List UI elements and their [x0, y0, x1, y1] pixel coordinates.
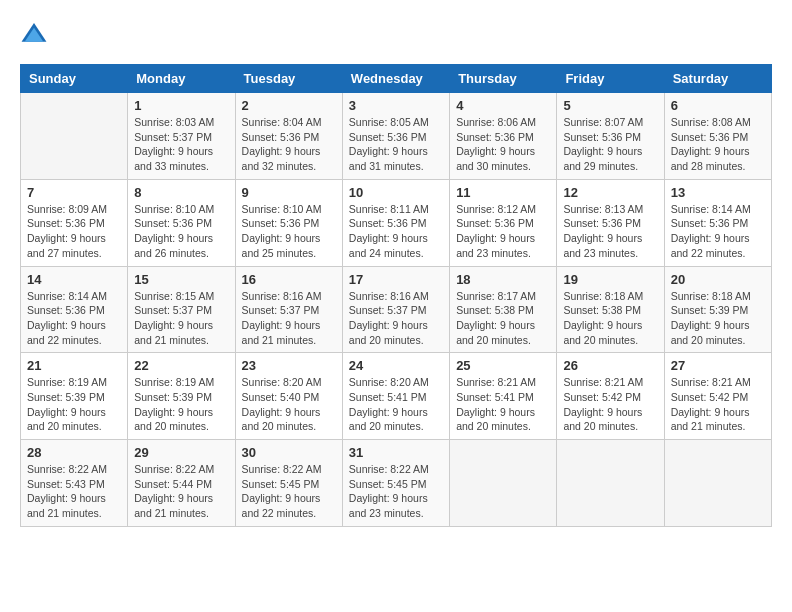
day-info: Sunrise: 8:16 AMSunset: 5:37 PMDaylight:…: [349, 289, 443, 348]
weekday-sunday: Sunday: [21, 65, 128, 93]
calendar-cell: 3Sunrise: 8:05 AMSunset: 5:36 PMDaylight…: [342, 93, 449, 180]
day-info: Sunrise: 8:22 AMSunset: 5:45 PMDaylight:…: [349, 462, 443, 521]
day-number: 22: [134, 358, 228, 373]
day-number: 9: [242, 185, 336, 200]
weekday-wednesday: Wednesday: [342, 65, 449, 93]
weekday-thursday: Thursday: [450, 65, 557, 93]
day-info: Sunrise: 8:12 AMSunset: 5:36 PMDaylight:…: [456, 202, 550, 261]
calendar-week-2: 7Sunrise: 8:09 AMSunset: 5:36 PMDaylight…: [21, 179, 772, 266]
day-info: Sunrise: 8:10 AMSunset: 5:36 PMDaylight:…: [242, 202, 336, 261]
calendar-cell: 1Sunrise: 8:03 AMSunset: 5:37 PMDaylight…: [128, 93, 235, 180]
day-number: 30: [242, 445, 336, 460]
day-info: Sunrise: 8:14 AMSunset: 5:36 PMDaylight:…: [671, 202, 765, 261]
day-number: 8: [134, 185, 228, 200]
day-info: Sunrise: 8:21 AMSunset: 5:41 PMDaylight:…: [456, 375, 550, 434]
calendar-cell: 26Sunrise: 8:21 AMSunset: 5:42 PMDayligh…: [557, 353, 664, 440]
day-info: Sunrise: 8:17 AMSunset: 5:38 PMDaylight:…: [456, 289, 550, 348]
day-number: 1: [134, 98, 228, 113]
day-info: Sunrise: 8:22 AMSunset: 5:45 PMDaylight:…: [242, 462, 336, 521]
calendar-cell: 18Sunrise: 8:17 AMSunset: 5:38 PMDayligh…: [450, 266, 557, 353]
day-number: 19: [563, 272, 657, 287]
day-info: Sunrise: 8:18 AMSunset: 5:39 PMDaylight:…: [671, 289, 765, 348]
day-info: Sunrise: 8:13 AMSunset: 5:36 PMDaylight:…: [563, 202, 657, 261]
calendar-cell: 14Sunrise: 8:14 AMSunset: 5:36 PMDayligh…: [21, 266, 128, 353]
day-info: Sunrise: 8:16 AMSunset: 5:37 PMDaylight:…: [242, 289, 336, 348]
calendar-cell: 30Sunrise: 8:22 AMSunset: 5:45 PMDayligh…: [235, 440, 342, 527]
calendar-cell: 7Sunrise: 8:09 AMSunset: 5:36 PMDaylight…: [21, 179, 128, 266]
day-number: 18: [456, 272, 550, 287]
day-number: 16: [242, 272, 336, 287]
day-info: Sunrise: 8:04 AMSunset: 5:36 PMDaylight:…: [242, 115, 336, 174]
day-number: 25: [456, 358, 550, 373]
logo-icon: [20, 20, 48, 48]
day-info: Sunrise: 8:07 AMSunset: 5:36 PMDaylight:…: [563, 115, 657, 174]
day-info: Sunrise: 8:11 AMSunset: 5:36 PMDaylight:…: [349, 202, 443, 261]
day-info: Sunrise: 8:06 AMSunset: 5:36 PMDaylight:…: [456, 115, 550, 174]
day-number: 21: [27, 358, 121, 373]
calendar-cell: [450, 440, 557, 527]
weekday-friday: Friday: [557, 65, 664, 93]
weekday-saturday: Saturday: [664, 65, 771, 93]
calendar-cell: 23Sunrise: 8:20 AMSunset: 5:40 PMDayligh…: [235, 353, 342, 440]
day-info: Sunrise: 8:19 AMSunset: 5:39 PMDaylight:…: [27, 375, 121, 434]
day-info: Sunrise: 8:21 AMSunset: 5:42 PMDaylight:…: [671, 375, 765, 434]
calendar-cell: 25Sunrise: 8:21 AMSunset: 5:41 PMDayligh…: [450, 353, 557, 440]
calendar-cell: 29Sunrise: 8:22 AMSunset: 5:44 PMDayligh…: [128, 440, 235, 527]
calendar-cell: 17Sunrise: 8:16 AMSunset: 5:37 PMDayligh…: [342, 266, 449, 353]
calendar-body: 1Sunrise: 8:03 AMSunset: 5:37 PMDaylight…: [21, 93, 772, 527]
calendar-cell: [557, 440, 664, 527]
calendar-cell: 15Sunrise: 8:15 AMSunset: 5:37 PMDayligh…: [128, 266, 235, 353]
day-number: 29: [134, 445, 228, 460]
day-number: 23: [242, 358, 336, 373]
calendar-cell: [664, 440, 771, 527]
day-info: Sunrise: 8:09 AMSunset: 5:36 PMDaylight:…: [27, 202, 121, 261]
day-info: Sunrise: 8:22 AMSunset: 5:43 PMDaylight:…: [27, 462, 121, 521]
calendar-week-1: 1Sunrise: 8:03 AMSunset: 5:37 PMDaylight…: [21, 93, 772, 180]
logo: [20, 20, 52, 48]
day-info: Sunrise: 8:03 AMSunset: 5:37 PMDaylight:…: [134, 115, 228, 174]
day-info: Sunrise: 8:14 AMSunset: 5:36 PMDaylight:…: [27, 289, 121, 348]
day-number: 12: [563, 185, 657, 200]
calendar-cell: [21, 93, 128, 180]
day-info: Sunrise: 8:22 AMSunset: 5:44 PMDaylight:…: [134, 462, 228, 521]
page-header: [20, 20, 772, 48]
calendar-cell: 24Sunrise: 8:20 AMSunset: 5:41 PMDayligh…: [342, 353, 449, 440]
day-info: Sunrise: 8:08 AMSunset: 5:36 PMDaylight:…: [671, 115, 765, 174]
calendar-cell: 4Sunrise: 8:06 AMSunset: 5:36 PMDaylight…: [450, 93, 557, 180]
calendar-week-4: 21Sunrise: 8:19 AMSunset: 5:39 PMDayligh…: [21, 353, 772, 440]
day-number: 4: [456, 98, 550, 113]
calendar-cell: 31Sunrise: 8:22 AMSunset: 5:45 PMDayligh…: [342, 440, 449, 527]
day-info: Sunrise: 8:21 AMSunset: 5:42 PMDaylight:…: [563, 375, 657, 434]
day-info: Sunrise: 8:20 AMSunset: 5:40 PMDaylight:…: [242, 375, 336, 434]
weekday-header-row: SundayMondayTuesdayWednesdayThursdayFrid…: [21, 65, 772, 93]
calendar-week-5: 28Sunrise: 8:22 AMSunset: 5:43 PMDayligh…: [21, 440, 772, 527]
day-number: 17: [349, 272, 443, 287]
calendar-cell: 11Sunrise: 8:12 AMSunset: 5:36 PMDayligh…: [450, 179, 557, 266]
calendar-cell: 22Sunrise: 8:19 AMSunset: 5:39 PMDayligh…: [128, 353, 235, 440]
day-info: Sunrise: 8:19 AMSunset: 5:39 PMDaylight:…: [134, 375, 228, 434]
day-number: 11: [456, 185, 550, 200]
calendar-cell: 20Sunrise: 8:18 AMSunset: 5:39 PMDayligh…: [664, 266, 771, 353]
calendar-cell: 12Sunrise: 8:13 AMSunset: 5:36 PMDayligh…: [557, 179, 664, 266]
day-number: 6: [671, 98, 765, 113]
calendar-cell: 28Sunrise: 8:22 AMSunset: 5:43 PMDayligh…: [21, 440, 128, 527]
day-number: 7: [27, 185, 121, 200]
calendar-cell: 27Sunrise: 8:21 AMSunset: 5:42 PMDayligh…: [664, 353, 771, 440]
calendar-cell: 19Sunrise: 8:18 AMSunset: 5:38 PMDayligh…: [557, 266, 664, 353]
calendar-cell: 6Sunrise: 8:08 AMSunset: 5:36 PMDaylight…: [664, 93, 771, 180]
calendar-cell: 16Sunrise: 8:16 AMSunset: 5:37 PMDayligh…: [235, 266, 342, 353]
calendar-cell: 8Sunrise: 8:10 AMSunset: 5:36 PMDaylight…: [128, 179, 235, 266]
calendar-week-3: 14Sunrise: 8:14 AMSunset: 5:36 PMDayligh…: [21, 266, 772, 353]
day-number: 28: [27, 445, 121, 460]
day-number: 10: [349, 185, 443, 200]
calendar-cell: 21Sunrise: 8:19 AMSunset: 5:39 PMDayligh…: [21, 353, 128, 440]
day-number: 15: [134, 272, 228, 287]
calendar-cell: 2Sunrise: 8:04 AMSunset: 5:36 PMDaylight…: [235, 93, 342, 180]
weekday-monday: Monday: [128, 65, 235, 93]
day-number: 5: [563, 98, 657, 113]
day-number: 3: [349, 98, 443, 113]
day-number: 26: [563, 358, 657, 373]
day-number: 14: [27, 272, 121, 287]
calendar-cell: 9Sunrise: 8:10 AMSunset: 5:36 PMDaylight…: [235, 179, 342, 266]
calendar-cell: 13Sunrise: 8:14 AMSunset: 5:36 PMDayligh…: [664, 179, 771, 266]
